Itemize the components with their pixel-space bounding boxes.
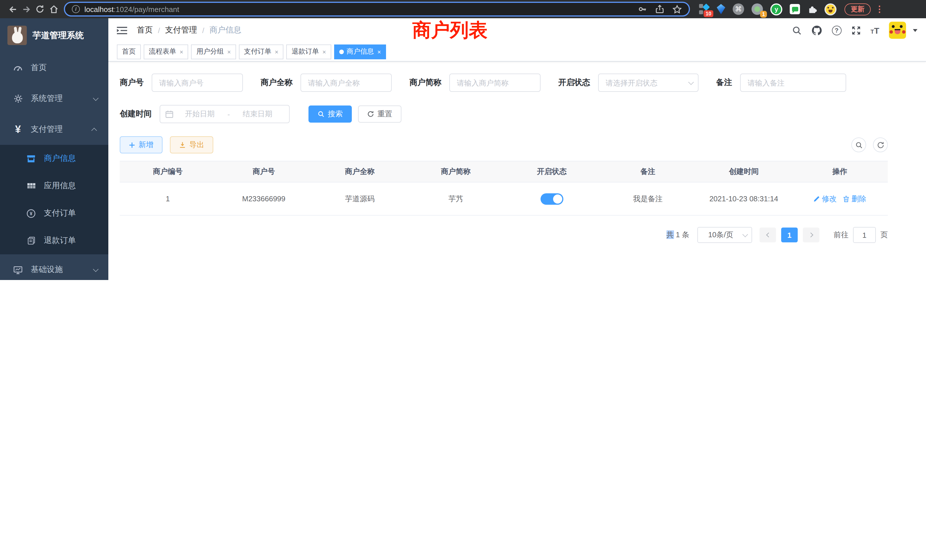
yen-circle-icon: ¥ (26, 209, 36, 218)
sidebar-item-refund-order[interactable]: 退款订单 (0, 227, 108, 254)
short-name-input[interactable] (449, 74, 540, 92)
reset-button[interactable]: 重置 (358, 106, 401, 123)
tab-refund-order[interactable]: 退款订单× (286, 44, 331, 59)
close-icon[interactable]: × (275, 48, 278, 55)
goto-page: 前往 页 (834, 227, 888, 243)
sidebar-logo-row[interactable]: 芋道管理系统 (0, 18, 108, 53)
font-size-icon[interactable]: TT (870, 26, 879, 35)
user-avatar[interactable] (889, 22, 906, 39)
sidebar-item-infra[interactable]: 基础设施 (0, 254, 108, 280)
page-size-select[interactable]: 10条/页 (698, 227, 752, 243)
goto-label: 前往 (834, 230, 849, 240)
extension-gem-icon[interactable] (717, 4, 725, 14)
sidebar-item-label: 商户信息 (44, 153, 76, 163)
status-toggle[interactable] (540, 193, 563, 204)
navbar-actions: ? TT (792, 22, 917, 39)
site-info-icon[interactable]: i (72, 5, 80, 13)
url-path: :1024/pay/merchant (114, 5, 179, 14)
browser-back-button[interactable] (6, 2, 20, 16)
filter-remark: 备注 (716, 74, 846, 92)
prev-page-button[interactable] (760, 227, 776, 242)
browser-home-button[interactable] (47, 2, 61, 16)
extension-pieces-icon[interactable]: 10 (699, 4, 709, 14)
add-button[interactable]: 新增 (120, 136, 162, 153)
close-icon[interactable]: × (322, 48, 326, 55)
tab-merchant-info[interactable]: 商户信息× (334, 44, 386, 59)
header-search-icon[interactable] (792, 26, 801, 35)
bookmark-star-icon[interactable] (672, 4, 682, 14)
remark-input[interactable] (740, 74, 846, 92)
edit-link[interactable]: 修改 (813, 194, 837, 204)
fullscreen-icon[interactable] (851, 26, 861, 35)
filter-merchant-no: 商户号 (120, 74, 243, 92)
chrome-menu-icon[interactable]: ⋮ (875, 4, 884, 14)
sidebar-item-pay-order[interactable]: ¥ 支付订单 (0, 200, 108, 227)
sidebar-item-app-info[interactable]: 应用信息 (0, 172, 108, 200)
breadcrumb-payment[interactable]: 支付管理 (165, 25, 197, 35)
tab-user-group[interactable]: 用户分组× (191, 44, 236, 59)
url-text: localhost:1024/pay/merchant (85, 5, 179, 14)
merchant-no-input[interactable] (152, 74, 243, 92)
help-icon[interactable]: ? (832, 26, 841, 35)
show-search-button[interactable] (851, 138, 866, 152)
tab-process-form[interactable]: 流程表单× (144, 44, 188, 59)
extension-badge: 10 (704, 10, 713, 17)
avatar-caret-icon[interactable] (913, 29, 917, 32)
browser-forward-button[interactable] (20, 2, 33, 16)
command-glyph: ⌘ (735, 5, 742, 13)
github-icon[interactable] (811, 25, 822, 36)
close-icon[interactable]: × (377, 48, 381, 55)
goto-page-input[interactable] (853, 227, 876, 243)
extensions-row: 10 ⌘ 1 y (699, 3, 837, 15)
breadcrumb-home[interactable]: 首页 (137, 25, 153, 35)
next-page-button[interactable] (803, 227, 819, 242)
tab-home[interactable]: 首页 (117, 44, 141, 59)
tab-pay-order[interactable]: 支付订单× (239, 44, 284, 59)
chrome-update-button[interactable]: 更新 (844, 3, 871, 15)
top-navbar: 首页 / 支付管理 / 商户信息 商户列表 ? (108, 18, 926, 42)
delete-link[interactable]: 删除 (843, 194, 866, 204)
filter-row-2: 创建时间 开始日期 - 结束日期 搜索 重置 (120, 105, 926, 123)
app-frame: 芋道管理系统 首页 系统管理 ¥ 支付管理 (0, 18, 926, 280)
export-button[interactable]: 导出 (170, 136, 213, 153)
extension-chat-icon[interactable] (790, 4, 800, 14)
browser-reload-button[interactable] (33, 2, 47, 16)
extensions-puzzle-icon[interactable] (807, 4, 817, 14)
date-range-picker[interactable]: 开始日期 - 结束日期 (160, 105, 290, 123)
extension-command-icon[interactable]: ⌘ (733, 3, 744, 15)
filter-create-time: 创建时间 开始日期 - 结束日期 (120, 105, 290, 123)
extension-recorder-icon[interactable]: 1 (752, 3, 763, 15)
full-name-input[interactable] (301, 74, 392, 92)
main-area: 首页 / 支付管理 / 商户信息 商户列表 ? (108, 18, 926, 280)
close-icon[interactable]: × (180, 48, 183, 55)
profile-emoji-icon[interactable] (825, 3, 837, 15)
document-icon (26, 236, 36, 245)
share-icon[interactable] (655, 5, 664, 14)
edit-icon (813, 195, 820, 202)
url-bar[interactable]: i localhost:1024/pay/merchant (64, 2, 690, 17)
cell-short-name: 芋艿 (408, 194, 504, 204)
field-label: 开启状态 (558, 77, 590, 88)
sidebar-item-system[interactable]: 系统管理 (0, 83, 108, 114)
payment-submenu: 商户信息 应用信息 ¥ 支付订单 (0, 145, 108, 254)
sidebar-item-merchant-info[interactable]: 商户信息 (0, 145, 108, 172)
close-icon[interactable]: × (227, 48, 231, 55)
extension-y-icon[interactable]: y (770, 3, 782, 15)
sidebar-item-payment[interactable]: ¥ 支付管理 (0, 114, 108, 145)
sidebar-toggle-button[interactable] (117, 26, 127, 35)
search-button[interactable]: 搜索 (309, 106, 352, 123)
refresh-table-button[interactable] (873, 138, 888, 152)
status-select[interactable] (598, 74, 699, 92)
filter-row-1: 商户号 商户全称 商户简称 开启状态 (120, 74, 926, 92)
page-number-1[interactable]: 1 (781, 227, 798, 242)
active-dot (339, 49, 344, 54)
start-date-placeholder[interactable]: 开始日期 (173, 109, 226, 119)
end-date-placeholder[interactable]: 结束日期 (231, 109, 284, 119)
dashboard-icon (12, 63, 23, 73)
url-host: localhost (85, 5, 114, 14)
pagination-total: 共 1 条 (666, 230, 689, 240)
screen: i localhost:1024/pay/merchant 10 ⌘ 1 (0, 0, 926, 280)
app-title: 芋道管理系统 (32, 30, 84, 41)
sidebar-item-home[interactable]: 首页 (0, 53, 108, 83)
password-key-icon[interactable] (638, 5, 647, 14)
